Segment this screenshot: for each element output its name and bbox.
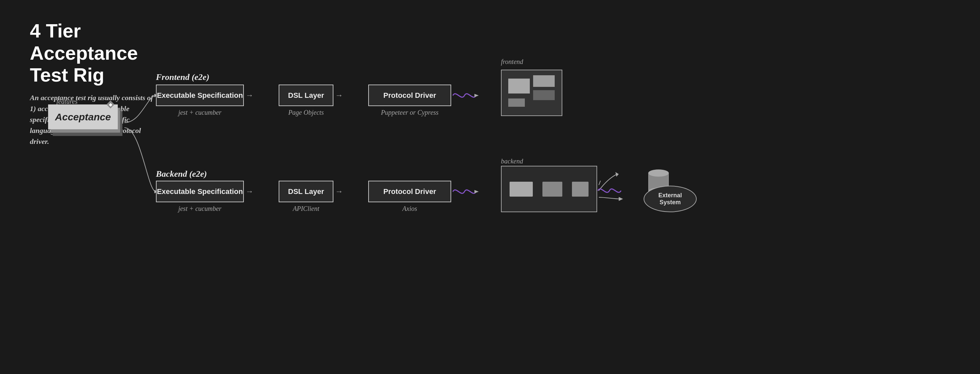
acceptance-icon: ◆ xyxy=(107,100,115,108)
be-exec-sublabel: jest + cucumber xyxy=(156,205,244,212)
svg-marker-6 xyxy=(619,197,623,201)
be-dsl-label: DSL Layer xyxy=(288,187,324,196)
be-arrow2: → xyxy=(335,187,343,196)
title-line1: 4 Tier Acceptance xyxy=(30,20,138,63)
be-protocol-sublabel: Axios xyxy=(365,205,455,212)
be-protocol-label: Protocol Driver xyxy=(383,187,436,196)
ext-system-label: ExternalSystem xyxy=(658,192,682,206)
be-arrow1: → xyxy=(245,187,253,196)
acceptance-stack: ◆ Acceptance xyxy=(48,105,124,141)
browser-mockup xyxy=(502,70,562,116)
external-system: ExternalSystem xyxy=(644,186,697,212)
server-rect1 xyxy=(509,182,533,197)
backend-box-label: backend xyxy=(501,157,523,165)
diagram-area: features ◆ Acceptance Frontend (e2e) Bac… xyxy=(27,66,955,348)
svg-marker-5 xyxy=(616,172,619,177)
frontend-browser-box xyxy=(501,70,562,116)
be-protocol-box: Protocol Driver xyxy=(368,181,451,202)
be-dsl-sublabel: APIClient xyxy=(275,205,337,212)
fe-protocol-label: Protocol Driver xyxy=(383,91,436,100)
fe-dsl-label: DSL Layer xyxy=(288,91,324,100)
fe-dsl-sublabel: Page Objects xyxy=(275,109,337,116)
svg-line-4 xyxy=(599,181,600,185)
browser-block4 xyxy=(508,98,525,107)
acceptance-label: Acceptance xyxy=(55,111,111,123)
fe-protocol-box: Protocol Driver xyxy=(368,84,451,106)
svg-point-10 xyxy=(649,170,668,176)
fe-arrow1: → xyxy=(245,91,253,100)
fe-exec-spec-box: Executable Specification xyxy=(156,84,244,106)
acceptance-card: ◆ Acceptance xyxy=(48,105,118,129)
be-exec-spec-box: Executable Specification xyxy=(156,181,244,202)
fe-exec-sublabel: jest + cucumber xyxy=(156,109,244,116)
browser-block2 xyxy=(533,75,555,87)
svg-marker-3 xyxy=(474,190,479,193)
fe-exec-spec-label: Executable Specification xyxy=(157,91,243,100)
frontend-section-label: Frontend (e2e) xyxy=(156,72,209,82)
main-container: 4 Tier Acceptance Test Rig An acceptance… xyxy=(0,0,980,374)
browser-block1 xyxy=(508,79,530,94)
be-dsl-box: DSL Layer xyxy=(279,181,333,202)
frontend-box-label: frontend xyxy=(501,58,523,66)
backend-section-label: Backend (e2e) xyxy=(156,169,207,179)
be-exec-spec-label: Executable Specification xyxy=(157,187,243,196)
backend-server-box xyxy=(501,166,597,212)
fe-arrow2: → xyxy=(335,91,343,100)
svg-marker-2 xyxy=(474,94,479,97)
server-rect2 xyxy=(542,182,562,197)
fe-dsl-box: DSL Layer xyxy=(279,84,333,106)
fe-protocol-sublabel: Puppeteer or Cypress xyxy=(365,109,455,116)
browser-block3 xyxy=(533,90,555,100)
server-rect3 xyxy=(572,182,589,197)
